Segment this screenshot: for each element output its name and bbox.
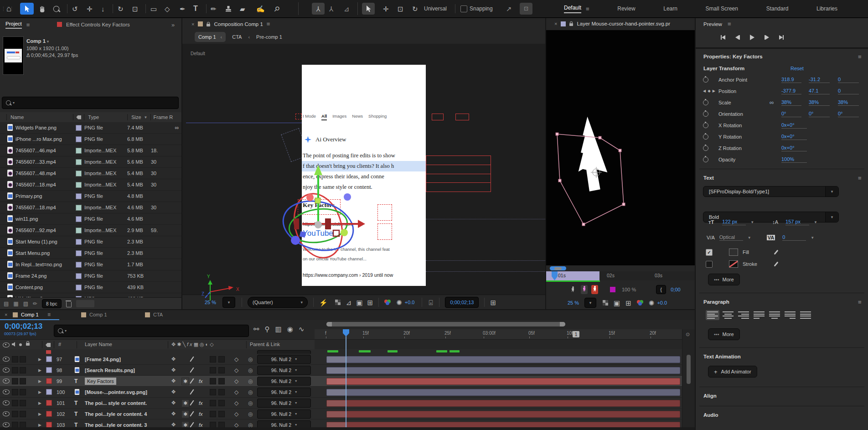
layer-label-swatch[interactable] xyxy=(46,365,52,375)
layer-duration-bar[interactable] xyxy=(315,365,682,375)
layer-visibility-icon[interactable] xyxy=(3,387,10,397)
comp-thumbnail[interactable] xyxy=(3,36,24,75)
file-label-swatch[interactable] xyxy=(76,125,82,131)
rasterize-switch-icon[interactable]: ✱ xyxy=(181,378,189,385)
project-file-row[interactable]: 7455607...18.mp4 Importe...MEX 4.6 MB 30… xyxy=(0,202,181,213)
stopwatch-icon[interactable] xyxy=(703,111,708,117)
file-name[interactable]: In Repl...text=no.png xyxy=(16,262,76,267)
file-name[interactable]: 7455607...18.mp4 xyxy=(16,205,76,210)
layer-timecode[interactable]: 0;00 xyxy=(671,287,680,292)
stopwatch-icon[interactable] xyxy=(703,123,708,128)
guides-icon[interactable]: ⊞ xyxy=(625,300,631,306)
value-x[interactable]: -377.9 xyxy=(781,88,801,94)
parent-pickwhip-icon[interactable]: ◎ xyxy=(248,354,253,364)
project-search-input[interactable]: ▾ xyxy=(2,97,179,109)
fast-preview-icon[interactable]: ⚡ xyxy=(319,299,328,306)
time-ruler[interactable]: f15f20f25f03:00f05f10f15f20f xyxy=(315,329,682,340)
lock-column-icon[interactable] xyxy=(26,341,30,347)
nav-zoom-pill[interactable] xyxy=(550,266,566,270)
panel-overflow-icon[interactable]: » xyxy=(171,21,175,28)
dropdown-arrow-icon[interactable]: ▼ xyxy=(811,236,814,240)
preview-menu-icon[interactable]: ≡ xyxy=(728,21,731,27)
tab-menu-icon[interactable]: ≡ xyxy=(47,312,51,317)
snapping-checkbox[interactable] xyxy=(460,0,467,17)
next-frame-button[interactable] xyxy=(765,35,769,41)
motion-blur-cell[interactable] xyxy=(218,365,225,375)
stopwatch-icon[interactable] xyxy=(703,157,708,162)
workspace-tab-review[interactable]: Review xyxy=(617,5,635,12)
vertical-scrollbar[interactable] xyxy=(687,355,691,384)
keyframe-segment[interactable] xyxy=(388,350,398,352)
fast-walker-icon[interactable] xyxy=(591,285,598,294)
bit-depth-badge[interactable]: 8 bpc xyxy=(42,299,61,308)
keyframe-segment[interactable] xyxy=(450,350,460,352)
puppet-pin-tool[interactable]: ⚲ xyxy=(274,0,279,17)
3d-layer-icon[interactable]: ◇ xyxy=(234,354,238,364)
composition-viewer[interactable]: Default I ModeAllImagesNewsShopping xyxy=(182,44,545,295)
properties-menu-icon[interactable]: ≡ xyxy=(858,54,862,60)
project-file-row[interactable]: 7455607...48.mp4 Importe...MEX 5.4 MB 30… xyxy=(0,168,181,179)
file-name[interactable]: 7455607...92.mp4 xyxy=(16,228,76,233)
play-button[interactable] xyxy=(750,35,754,41)
audio-column-icon[interactable] xyxy=(11,342,16,348)
property-label[interactable]: Opacity xyxy=(718,157,781,162)
motion-blur-cell[interactable] xyxy=(218,409,225,419)
3d-layer-icon[interactable]: ◇ xyxy=(234,387,238,397)
project-file-row[interactable]: Primary.png PNG file 4.8 MB ∞ xyxy=(0,191,181,202)
breadcrumb-precomp[interactable]: Pre-comp 1 xyxy=(256,34,282,40)
file-name[interactable]: 7455607...48.mp4 xyxy=(16,171,76,176)
parent-link-dropdown[interactable]: 96. Null 2▾ xyxy=(257,355,311,363)
rasterize-switch-icon[interactable]: ✱ xyxy=(181,410,189,418)
layer-duration-bar[interactable] xyxy=(315,376,682,386)
breadcrumb-cta[interactable]: CTA xyxy=(232,34,242,40)
file-label-swatch[interactable] xyxy=(76,216,82,222)
layer-zoom[interactable]: 25 % xyxy=(568,300,579,306)
file-label-swatch[interactable] xyxy=(76,159,82,165)
parent-link-dropdown[interactable]: 96. Null 2▾ xyxy=(257,366,311,374)
breadcrumb-comp1[interactable]: Comp 1‹ xyxy=(195,32,226,42)
file-label-swatch[interactable] xyxy=(76,136,82,142)
project-file-row[interactable]: win11.png PNG file 4.6 MB ∞ xyxy=(0,213,181,225)
layer-name[interactable]: [Mouse-...pointer.svg.png] xyxy=(85,387,147,397)
value-z[interactable]: 38% xyxy=(838,99,859,106)
layer-row[interactable]: ▶ 98 T [Search Results.png] ✥ ✱ fx ◇ ◎ 9… xyxy=(0,365,682,376)
exposure-icon[interactable]: ✺ xyxy=(396,299,402,306)
motion-blur-cell[interactable] xyxy=(218,398,225,408)
first-frame-button[interactable] xyxy=(721,35,725,41)
solo-cell[interactable] xyxy=(12,398,18,408)
zoom-dropdown[interactable]: ▾ xyxy=(584,298,596,308)
file-name[interactable]: iPhone ...ro Max.png xyxy=(16,136,76,142)
lock-cell[interactable] xyxy=(20,387,26,397)
tab-project[interactable]: Project xyxy=(5,21,22,29)
reset-button[interactable]: Reset xyxy=(790,66,804,71)
node-lasso-tool[interactable]: ⊿ xyxy=(344,0,350,17)
layer-name[interactable]: The poi...tyle or content. 4 xyxy=(85,409,147,419)
orbit-camera-tool[interactable]: ↺ xyxy=(72,0,78,17)
frame-blend-cell[interactable] xyxy=(210,376,216,386)
file-label-swatch[interactable] xyxy=(76,182,82,188)
layer-duration-bar[interactable] xyxy=(315,387,682,397)
stopwatch-icon[interactable] xyxy=(703,77,708,83)
file-label-swatch[interactable] xyxy=(76,148,82,154)
keyframe-segment[interactable] xyxy=(327,350,338,352)
layer-row[interactable]: ▶ 97 T [Frame 24.png] ✥ ✱ fx ◇ ◎ 96. Nul… xyxy=(0,354,682,365)
column-size[interactable]: Size xyxy=(131,114,141,120)
workspace-tab-standard[interactable]: Standard xyxy=(766,5,789,12)
layer-duration-bar[interactable] xyxy=(315,354,682,364)
align-left-button[interactable] xyxy=(706,310,719,320)
value-y[interactable]: 47.1 xyxy=(809,88,830,94)
file-label-swatch[interactable] xyxy=(76,250,82,256)
dropdown-arrow-icon[interactable]: ▼ xyxy=(750,220,754,224)
workspace-tab-default[interactable]: Default xyxy=(564,5,581,13)
justify-center-button[interactable] xyxy=(768,310,781,320)
3d-layer-icon[interactable]: ◇ xyxy=(234,376,238,386)
3d-layer-icon[interactable]: ◇ xyxy=(234,398,238,408)
project-file-row[interactable]: iPhone ...ro Max.png PNG file 6.8 MB ∞ xyxy=(0,134,181,145)
value-z[interactable]: 0 xyxy=(838,77,859,83)
layer-name[interactable]: [Search Results.png] xyxy=(85,365,135,375)
value[interactable]: 100% xyxy=(781,156,807,163)
transparency-grid-icon[interactable] xyxy=(603,300,608,306)
align-section-title[interactable]: Align xyxy=(703,393,717,399)
expand-arrow-icon[interactable]: ▶ xyxy=(38,387,41,397)
solo-cell[interactable] xyxy=(12,365,18,375)
